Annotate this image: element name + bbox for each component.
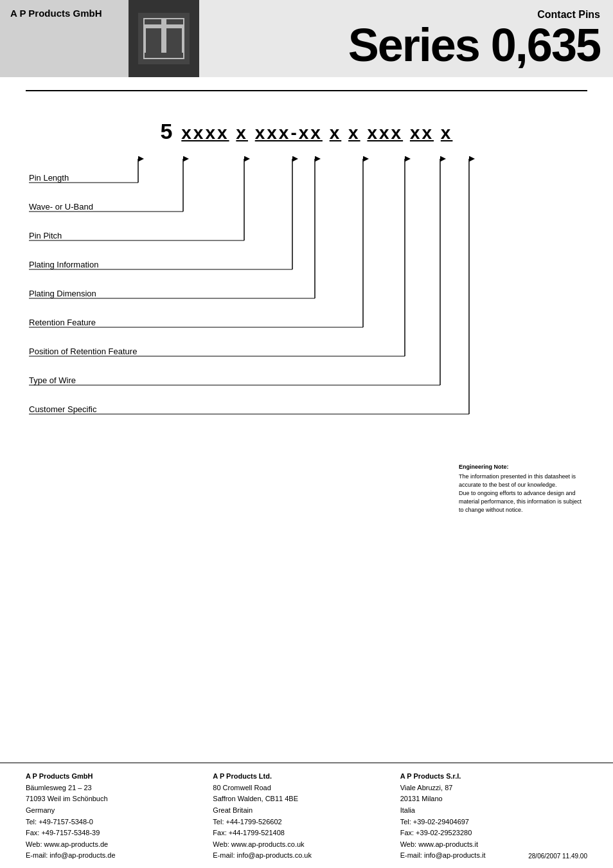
svg-text:Pin Pitch: Pin Pitch [29, 231, 62, 240]
engineering-note-title: Engineering Note: [459, 463, 587, 471]
engineering-note-text: The information presented in this datash… [459, 473, 587, 514]
svg-text:Retention Feature: Retention Feature [29, 318, 96, 327]
footer-col-italy: A P Products S.r.l. Viale Abruzzi, 87 20… [400, 771, 587, 862]
order-code-display: 5 xxxx x xxx-xx x x xxx xx x [26, 119, 587, 144]
series-title: Series 0,635 [212, 22, 600, 68]
header: A P Products GmbH Contact Pins Series 0,… [0, 0, 613, 77]
svg-rect-5 [145, 53, 183, 58]
ordering-lines-svg: Pin Length Wave- or U-Band Pin Pitch Pla… [26, 147, 587, 443]
svg-text:Plating Information: Plating Information [29, 260, 98, 269]
title-block: Contact Pins Series 0,635 [199, 0, 613, 77]
svg-text:Pin Length: Pin Length [29, 173, 69, 183]
svg-text:Type of Wire: Type of Wire [29, 375, 76, 385]
footer-company-3: A P Products S.r.l. [400, 771, 587, 782]
svg-text:Position of Retention Feature: Position of Retention Feature [29, 347, 137, 356]
footer-col-gb: A P Products Ltd. 80 Cromwell Road Saffr… [213, 771, 400, 862]
ap-logo-icon [138, 13, 190, 64]
svg-text:Plating Dimension: Plating Dimension [29, 289, 96, 298]
svg-rect-4 [161, 19, 166, 58]
footer-company-2: A P Products Ltd. [213, 771, 400, 782]
footer-date: 28/06/2007 11.49.00 [528, 851, 587, 862]
svg-text:Customer Specific: Customer Specific [29, 404, 97, 414]
svg-text:Wave- or U-Band: Wave- or U-Band [29, 202, 93, 212]
footer: A P Products GmbH Bäumlesweg 21 – 23 710… [0, 763, 613, 868]
footer-company-1: A P Products GmbH [26, 771, 213, 782]
company-name: A P Products GmbH [0, 0, 129, 77]
header-divider [26, 90, 587, 91]
engineering-note: Engineering Note: The information presen… [459, 463, 587, 514]
footer-col-germany: A P Products GmbH Bäumlesweg 21 – 23 710… [26, 771, 213, 862]
logo-block [129, 0, 199, 77]
ordering-diagram: 5 xxxx x xxx-xx x x xxx xx x [26, 119, 587, 443]
